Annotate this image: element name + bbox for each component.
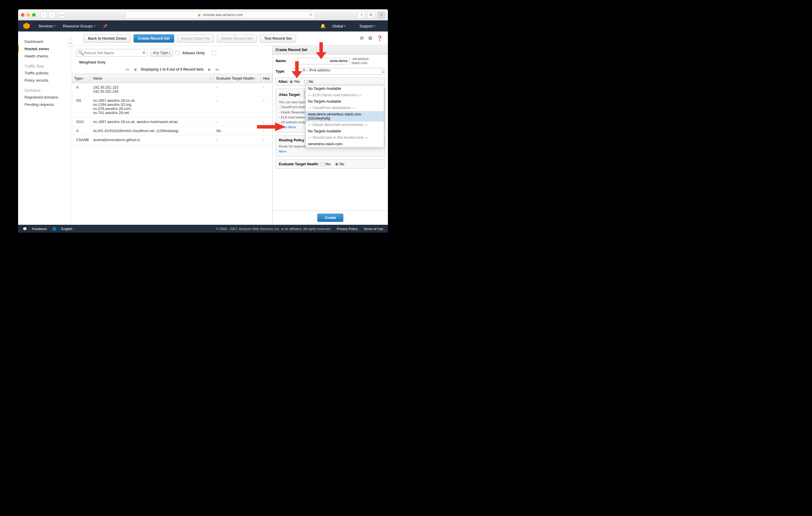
- evaluate-target-health-group: Evaluate Target Health: Yes No: [276, 159, 385, 169]
- close-window-icon[interactable]: [21, 13, 25, 17]
- table-row[interactable]: AALIAS d1r8102xi6mdx3.cloudfront.net. (z…: [72, 126, 272, 135]
- pager-prev-icon[interactable]: ◀: [134, 67, 136, 71]
- eth-no-label: No: [340, 162, 344, 166]
- panel-title: Create Record Set: [273, 45, 388, 55]
- aws-logo-icon[interactable]: [23, 23, 30, 29]
- alias-group: Alias: Yes No: [276, 78, 385, 86]
- new-tab-button[interactable]: ＋: [377, 12, 385, 18]
- address-bar[interactable]: 🔒 console.aws.amazon.com ⟳: [125, 11, 315, 18]
- col-health[interactable]: Hea: [261, 74, 272, 83]
- pager-first-icon[interactable]: ⏮: [125, 67, 129, 71]
- maximize-window-icon[interactable]: [32, 13, 36, 17]
- nav-resource-groups[interactable]: Resource Groups▾: [63, 24, 95, 28]
- alias-no-radio[interactable]: [304, 80, 308, 84]
- type-select[interactable]: A – IPv4 address ▴▾: [293, 68, 385, 74]
- alias-yes-radio[interactable]: [289, 80, 293, 84]
- traffic-lights: [21, 13, 36, 17]
- alias-target-dropdown[interactable]: No Targets Available — ELB Classic load …: [306, 85, 384, 148]
- lock-icon: 🔒: [198, 13, 201, 16]
- alias-label: Alias:: [278, 80, 288, 84]
- pager-text: Displaying 1 to 6 out of 6 Record Sets: [141, 67, 204, 71]
- aws-navbar: Services▾ Resource Groups▾ 📌 🔔 Global▾ S…: [18, 21, 388, 31]
- nav-services[interactable]: Services▾: [38, 24, 56, 28]
- table-row[interactable]: SOAns-1667.awsdns-16.co.uk. awsdns-hostm…: [72, 118, 272, 126]
- search-field[interactable]: [84, 51, 142, 55]
- create-record-panel: Create Record Set Name: .serverless-stac…: [272, 45, 388, 225]
- pager: ⏮ ◀ Displaying 1 to 6 out of 6 Record Se…: [72, 66, 272, 74]
- record-set-table-pane: 🔍 ✕ Any Type▴▾ Aliases Only Weighted Onl…: [72, 45, 272, 225]
- type-label: Type:: [276, 69, 289, 73]
- table-row[interactable]: A192.30.252.153 192.30.252.154--: [72, 83, 272, 96]
- back-button[interactable]: ‹: [40, 12, 47, 18]
- eth-yes-radio[interactable]: [320, 162, 324, 166]
- sidebar-item-pending-requests[interactable]: Pending requests: [18, 101, 72, 108]
- dropdown-item[interactable]: No Targets Available: [306, 85, 384, 92]
- pager-last-icon[interactable]: ⏭: [215, 67, 219, 71]
- back-to-zones-button[interactable]: Back to Hosted Zones: [84, 34, 130, 42]
- create-record-set-button[interactable]: Create Record Set: [134, 34, 174, 42]
- learn-more-link[interactable]: Learn More: [279, 125, 296, 129]
- name-suffix: .serverless-stack.com.: [351, 57, 385, 65]
- alias-target-label: Alias Target:: [279, 93, 303, 97]
- feedback-icon[interactable]: 💬: [23, 227, 27, 231]
- sidebar-item-health-checks[interactable]: Health checks: [18, 53, 72, 60]
- type-filter-select[interactable]: Any Type▴▾: [150, 49, 173, 57]
- pager-next-icon[interactable]: ▶: [208, 67, 211, 71]
- privacy-link[interactable]: Privacy Policy: [337, 227, 358, 231]
- sidebar-item-registered-domains[interactable]: Registered domains: [18, 94, 72, 101]
- forward-button[interactable]: ›: [49, 12, 55, 18]
- sidebar-item-traffic-policies[interactable]: Traffic policies: [18, 69, 72, 77]
- footer: 💬 Feedback 🌐 English © 2008 - 2017, Amaz…: [18, 225, 388, 233]
- dropdown-group: — Elastic Beanstalk environments —: [306, 122, 384, 128]
- dropdown-item[interactable]: No Targets Available: [306, 98, 384, 105]
- browser-toolbar: ‹ › ▭ 🔒 console.aws.amazon.com ⟳ ⇪ ⧉ ＋: [18, 9, 388, 21]
- search-icon: 🔍: [78, 50, 84, 56]
- terms-link[interactable]: Terms of Use: [364, 227, 383, 231]
- sidebar-item-dashboard[interactable]: Dashboard: [18, 38, 72, 45]
- col-value[interactable]: Value▾: [91, 74, 214, 83]
- weighted-only-label: Weighted Only: [72, 58, 272, 66]
- settings-gear-icon[interactable]: ⚙: [368, 35, 373, 41]
- delete-record-set-button[interactable]: Delete Record Set: [217, 34, 257, 42]
- pin-icon[interactable]: 📌: [103, 24, 107, 28]
- import-zone-file-button[interactable]: Import Zone File: [177, 34, 214, 42]
- search-input[interactable]: 🔍 ✕: [76, 49, 148, 57]
- language-link[interactable]: English: [62, 227, 72, 231]
- create-button[interactable]: Create: [317, 214, 343, 222]
- weighted-only-checkbox[interactable]: [212, 51, 216, 55]
- sidebar-item-policy-records[interactable]: Policy records: [18, 77, 72, 84]
- eth-no-radio[interactable]: [335, 162, 339, 166]
- aliases-only-checkbox[interactable]: [175, 51, 180, 55]
- dropdown-item-selected[interactable]: www.demo.serverless-stack.com. (d1fu8eyh…: [306, 111, 384, 122]
- reload-icon[interactable]: ⟳: [310, 13, 312, 17]
- sidebar-toggle-icon[interactable]: ▭: [59, 12, 65, 18]
- routing-policy-label: Routing Policy: [279, 138, 304, 142]
- test-record-set-button[interactable]: Test Record Set: [260, 34, 296, 42]
- tabs-button[interactable]: ⧉: [367, 12, 375, 18]
- table-row[interactable]: CNAMEanomalyinnovations.github.io--: [72, 135, 272, 145]
- dropdown-item[interactable]: serverless-stack.com.: [306, 141, 384, 147]
- copyright-text: © 2008 - 2017, Amazon Web Services, Inc.…: [216, 227, 331, 231]
- sidebar-item-hosted-zones[interactable]: Hosted zones: [18, 45, 72, 53]
- share-button[interactable]: ⇪: [357, 12, 365, 18]
- routing-hint: Route 53 responds: [279, 145, 307, 148]
- routing-more-link[interactable]: More: [279, 149, 382, 154]
- refresh-icon[interactable]: ⟳: [360, 35, 364, 41]
- eth-label: Evaluate Target Health:: [279, 162, 319, 166]
- nav-support[interactable]: Support▾: [359, 24, 375, 28]
- name-input[interactable]: [298, 58, 350, 64]
- collapse-sidebar-icon[interactable]: ◂: [68, 39, 72, 47]
- clear-search-icon[interactable]: ✕: [142, 50, 146, 55]
- table-row[interactable]: NSns-1667.awsdns-16.co.uk. ns-1284.awsdn…: [72, 96, 272, 118]
- col-evaluate-target-health[interactable]: Evaluate Target Health▾: [214, 74, 261, 83]
- sidebar-section-traffic-flow: Traffic flow: [18, 60, 72, 69]
- dropdown-item[interactable]: No Targets Available: [306, 128, 384, 134]
- globe-icon: 🌐: [52, 227, 56, 231]
- feedback-link[interactable]: Feedback: [32, 227, 47, 231]
- nav-region[interactable]: Global▾: [332, 24, 346, 28]
- dropdown-group: — Record sets in this hosted zone —: [306, 134, 384, 141]
- help-icon[interactable]: ❓: [377, 35, 383, 41]
- notifications-icon[interactable]: 🔔: [320, 23, 326, 29]
- col-type[interactable]: Type▾: [72, 74, 91, 83]
- minimize-window-icon[interactable]: [27, 13, 30, 17]
